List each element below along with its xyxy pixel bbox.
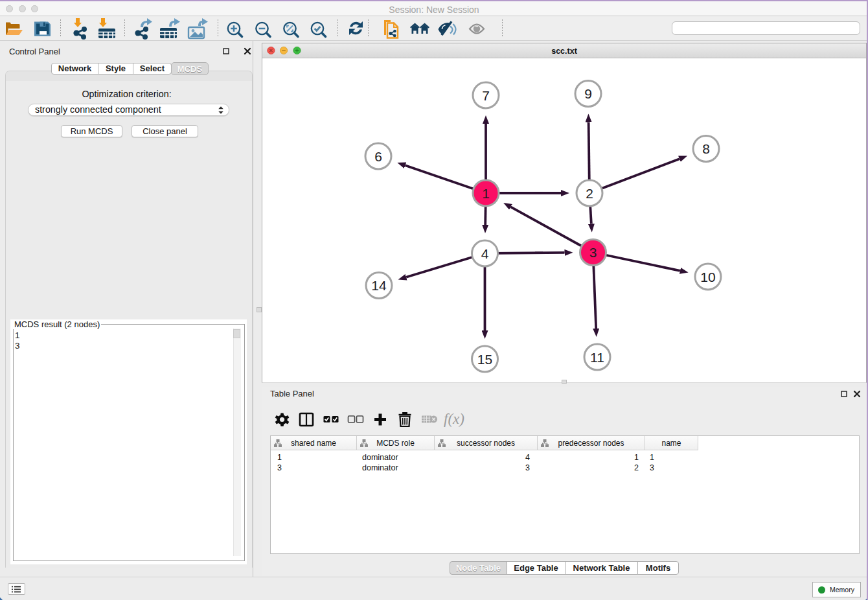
svg-text:11: 11: [590, 350, 604, 365]
svg-text:8: 8: [702, 141, 710, 156]
svg-text:1: 1: [482, 186, 490, 201]
svg-text:10: 10: [700, 270, 715, 284]
svg-text:15: 15: [477, 352, 492, 367]
svg-text:3: 3: [589, 245, 597, 260]
svg-text:7: 7: [482, 88, 490, 103]
svg-text:2: 2: [586, 186, 593, 201]
svg-text:f(x): f(x): [444, 411, 464, 427]
svg-text:9: 9: [584, 86, 592, 101]
svg-text:14: 14: [371, 278, 387, 293]
svg-text:6: 6: [374, 149, 382, 164]
svg-text:4: 4: [481, 246, 489, 261]
